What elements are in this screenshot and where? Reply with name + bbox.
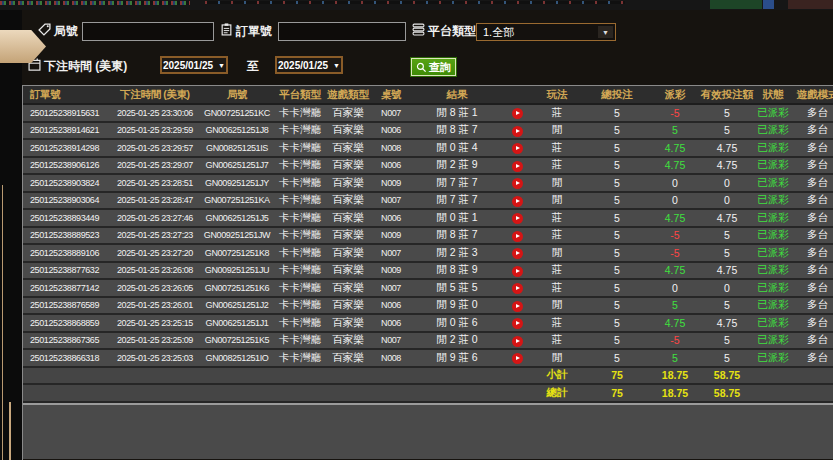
cell-total-bet: 5 <box>583 229 651 241</box>
cell-game-mode: 多台 <box>791 228 833 242</box>
cell-game-type: 百家樂 <box>325 298 371 312</box>
cell-bet-time: 2025-01-25 23:27:46 <box>111 213 199 223</box>
cell-valid-bet: 4.75 <box>699 159 755 171</box>
cell-play <box>503 194 531 207</box>
cell-payout: 5 <box>651 352 699 364</box>
play-video-icon[interactable] <box>512 143 523 154</box>
play-video-icon[interactable] <box>512 231 523 242</box>
cell-status: 已派彩 <box>755 123 791 137</box>
cell-table-number: N007 <box>371 195 411 205</box>
cell-round-number: GN006251251J8 <box>199 125 275 135</box>
play-video-icon[interactable] <box>512 196 523 207</box>
cell-table-number: N006 <box>371 160 411 170</box>
cell-payout: 5 <box>651 299 699 311</box>
cell-status: 已派彩 <box>755 298 791 312</box>
play-video-icon[interactable] <box>512 178 523 189</box>
cell-game-mode: 多台 <box>791 281 833 295</box>
clipboard-icon <box>220 23 233 36</box>
cell-play <box>503 281 531 294</box>
play-video-icon[interactable] <box>512 108 523 119</box>
cell-status: 已派彩 <box>755 246 791 260</box>
total-row-total-bet: 75 <box>583 387 651 399</box>
search-button[interactable]: 查詢 <box>410 57 457 77</box>
cell-order-number: 250125238889523 <box>23 230 111 240</box>
cell-round-number: GN007251251KA <box>199 195 275 205</box>
play-video-icon[interactable] <box>512 266 523 277</box>
cell-game-type: 百家樂 <box>325 316 371 330</box>
cell-bet-time: 2025-01-25 23:29:07 <box>111 160 199 170</box>
cell-platform-type: 卡卡灣廳 <box>275 281 325 295</box>
date-from-picker[interactable]: 2025/01/25 ▼ <box>160 56 228 74</box>
cell-table-number: N009 <box>371 265 411 275</box>
cell-bet-type: 閒 <box>531 176 583 190</box>
play-video-icon[interactable] <box>512 213 523 224</box>
cell-platform-type: 卡卡灣廳 <box>275 333 325 347</box>
cell-result: 閒 9 莊 6 <box>411 351 503 365</box>
cell-order-number: 250125238866318 <box>23 353 111 363</box>
play-video-icon[interactable] <box>512 301 523 312</box>
column-header-status: 狀態 <box>755 88 791 102</box>
cell-result: 閒 0 莊 6 <box>411 316 503 330</box>
cell-game-mode: 多台 <box>791 263 833 277</box>
cell-valid-bet: 5 <box>699 124 755 136</box>
round-number-input[interactable] <box>82 22 214 41</box>
round-number-label: 局號 <box>54 23 78 40</box>
cell-bet-time: 2025-01-25 23:25:03 <box>111 353 199 363</box>
cell-table-number: N007 <box>371 335 411 345</box>
cell-game-mode: 多台 <box>791 351 833 365</box>
order-number-input[interactable] <box>278 22 406 41</box>
cell-platform-type: 卡卡灣廳 <box>275 298 325 312</box>
left-background-strip <box>0 10 22 460</box>
play-video-icon[interactable] <box>512 126 523 137</box>
cell-table-number: N007 <box>371 283 411 293</box>
cell-table-number: N009 <box>371 230 411 240</box>
table-row: 2501252388895232025-01-25 23:27:23GN0092… <box>23 228 833 246</box>
cell-order-number: 250125238877142 <box>23 283 111 293</box>
cell-total-bet: 5 <box>583 177 651 189</box>
date-to-picker[interactable]: 2025/01/25 ▼ <box>275 56 343 74</box>
platform-type-selected-value: 1.全部 <box>483 25 598 40</box>
background-page-sliver <box>0 0 833 10</box>
column-header-bet-time: 下注時間 (美東) <box>111 88 199 102</box>
cell-game-type: 百家樂 <box>325 211 371 225</box>
cell-payout: 0 <box>651 177 699 189</box>
table-row: 2501252388663182025-01-25 23:25:03GN0082… <box>23 350 833 368</box>
cell-bet-time: 2025-01-25 23:26:01 <box>111 300 199 310</box>
play-video-icon[interactable] <box>512 161 523 172</box>
cell-order-number: 250125238877632 <box>23 265 111 275</box>
cell-valid-bet: 4.75 <box>699 142 755 154</box>
platform-type-select[interactable]: 1.全部 ▼ <box>476 23 616 41</box>
cell-status: 已派彩 <box>755 228 791 242</box>
play-video-icon[interactable] <box>512 353 523 364</box>
cell-status: 已派彩 <box>755 193 791 207</box>
cell-play <box>503 106 531 119</box>
table-row: 2501252389061262025-01-25 23:29:07GN0062… <box>23 158 833 176</box>
column-header-order-number: 訂單號 <box>23 88 111 102</box>
table-row: 2501252388765892025-01-25 23:26:01GN0062… <box>23 298 833 316</box>
cell-platform-type: 卡卡灣廳 <box>275 351 325 365</box>
table-empty-area <box>23 405 833 459</box>
cell-total-bet: 5 <box>583 194 651 206</box>
cell-play <box>503 124 531 137</box>
cell-platform-type: 卡卡灣廳 <box>275 246 325 260</box>
cell-table-number: N006 <box>371 300 411 310</box>
play-video-icon[interactable] <box>512 283 523 294</box>
chevron-down-icon[interactable]: ▼ <box>598 26 613 38</box>
cell-status: 已派彩 <box>755 351 791 365</box>
cell-bet-type: 莊 <box>531 228 583 242</box>
cell-result: 閒 2 莊 0 <box>411 333 503 347</box>
cell-game-type: 百家樂 <box>325 351 371 365</box>
cell-valid-bet: 5 <box>699 334 755 346</box>
play-video-icon[interactable] <box>512 318 523 329</box>
play-video-icon[interactable] <box>512 248 523 259</box>
cell-game-type: 百家樂 <box>325 246 371 260</box>
cell-order-number: 250125238914298 <box>23 143 111 153</box>
cell-valid-bet: 4.75 <box>699 264 755 276</box>
cell-order-number: 250125238868859 <box>23 318 111 328</box>
cell-result: 閒 8 莊 9 <box>411 263 503 277</box>
play-video-icon[interactable] <box>512 336 523 347</box>
column-header-table-number: 桌號 <box>371 88 411 102</box>
cell-bet-type: 莊 <box>531 158 583 172</box>
cell-round-number: GN006251251J1 <box>199 318 275 328</box>
table-row: 2501252388776322025-01-25 23:26:08GN0092… <box>23 263 833 281</box>
